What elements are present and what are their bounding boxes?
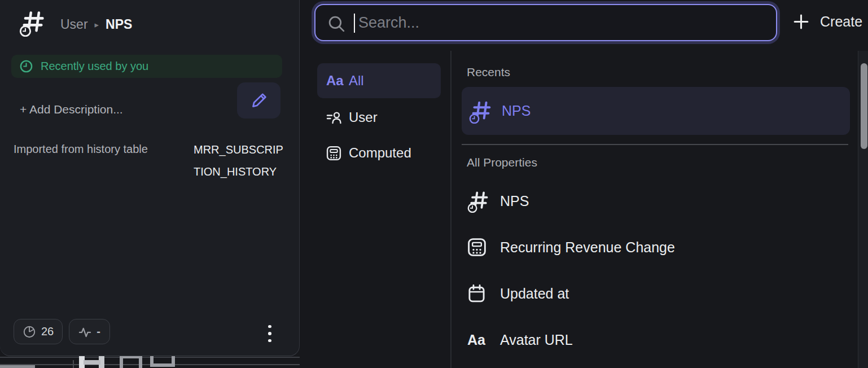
recently-used-label: Recently used by you	[41, 60, 148, 73]
property-detail-panel: User ▸ NPS Recently used by you + Add De…	[0, 0, 300, 356]
filter-tab-label: All	[349, 73, 364, 89]
more-options-button[interactable]	[264, 322, 275, 345]
property-item-nps[interactable]: NPS	[462, 178, 850, 224]
background-scrollbar-fragment	[0, 365, 35, 368]
user-list-icon	[326, 111, 349, 125]
property-item-label: Recurring Revenue Change	[500, 239, 675, 256]
pencil-icon	[249, 90, 269, 111]
trend-value: -	[97, 325, 100, 338]
property-item-recurring-revenue-change[interactable]: Recurring Revenue Change	[462, 224, 850, 270]
recent-item-nps[interactable]: NPS	[462, 87, 850, 135]
app-root: User ▸ NPS Recently used by you + Add De…	[0, 0, 868, 368]
hash-clock-icon	[462, 99, 493, 124]
filter-tab-user[interactable]: User	[317, 100, 441, 134]
calendar-icon	[467, 284, 500, 303]
section-divider	[462, 144, 848, 145]
text-aa-icon: Aa	[467, 332, 500, 348]
filter-tab-label: User	[349, 109, 378, 125]
filter-tab-all[interactable]: Aa All	[317, 63, 441, 98]
background-table-fragment	[120, 355, 142, 368]
background-table-fragment	[150, 355, 175, 367]
calculator-icon	[467, 238, 500, 257]
background-table-fragment	[79, 355, 104, 368]
property-item-label: Avatar URL	[500, 332, 573, 348]
scrollbar-thumb[interactable]	[861, 63, 867, 149]
breadcrumb-current: NPS	[106, 17, 132, 32]
breadcrumb-separator-icon: ▸	[95, 19, 99, 30]
distribution-count-button[interactable]: 26	[14, 319, 63, 344]
calculator-icon	[326, 146, 349, 161]
search-input[interactable]	[357, 5, 758, 40]
filter-tab-computed[interactable]: Computed	[317, 135, 441, 170]
edit-button[interactable]	[237, 82, 280, 119]
recents-section-header: Recents	[467, 65, 510, 79]
create-button-label: Create	[820, 14, 862, 30]
hash-clock-icon	[19, 8, 47, 37]
pie-chart-icon	[23, 325, 36, 339]
breadcrumb-parent[interactable]: User	[60, 17, 88, 32]
property-item-avatar-url[interactable]: Aa Avatar URL	[462, 317, 850, 363]
distribution-count: 26	[41, 325, 54, 338]
activity-icon	[78, 326, 91, 338]
text-aa-icon: Aa	[326, 73, 349, 89]
search-bar	[314, 4, 777, 41]
property-item-label: Updated at	[500, 286, 569, 302]
dropdown-column-divider	[450, 51, 451, 368]
trend-button[interactable]: -	[69, 319, 110, 344]
plus-icon	[792, 13, 810, 30]
text-caret	[354, 14, 355, 33]
breadcrumb: User ▸ NPS	[60, 15, 132, 33]
filter-tab-label: Computed	[349, 145, 411, 161]
clock-icon	[19, 59, 33, 73]
recent-item-label: NPS	[502, 103, 531, 119]
background-grid-line	[73, 360, 74, 368]
property-item-label: NPS	[500, 193, 529, 209]
hash-clock-icon	[467, 189, 500, 213]
import-source-label: Imported from history table	[14, 143, 148, 156]
search-icon	[327, 15, 346, 33]
create-button[interactable]: Create	[792, 13, 862, 30]
property-item-updated-at[interactable]: Updated at	[462, 270, 850, 317]
import-source-value: MRR_SUBSCRIPTION_HISTORY	[194, 139, 284, 183]
all-properties-section-header: All Properties	[467, 156, 537, 169]
add-description-button[interactable]: + Add Description...	[20, 103, 123, 116]
recently-used-badge: Recently used by you	[11, 55, 282, 78]
